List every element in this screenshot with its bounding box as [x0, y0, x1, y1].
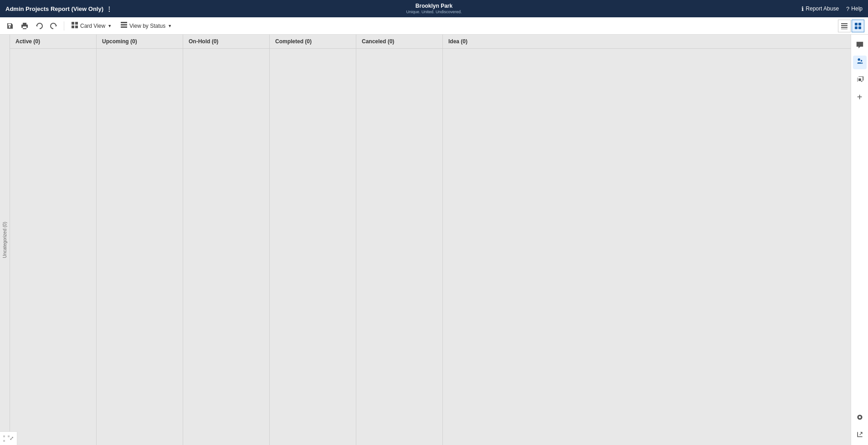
svg-rect-0 — [72, 22, 74, 25]
bottom-expand-bar: ⤢ — [0, 431, 17, 445]
settings-icon — [856, 414, 863, 421]
more-options-icon[interactable]: ⋮ — [106, 5, 112, 12]
chat-icon — [856, 41, 864, 49]
redo-button[interactable] — [47, 20, 60, 32]
compact-view-icon — [841, 23, 847, 29]
save-button[interactable] — [4, 20, 16, 32]
print-icon — [21, 22, 28, 30]
column-header-active: Active (0) — [10, 35, 96, 49]
help-label: Help — [851, 5, 863, 12]
toolbar: Card View ▼ View by Status ▼ — [0, 17, 868, 35]
svg-rect-4 — [121, 22, 127, 23]
board-column-completed: Completed (0) — [270, 35, 356, 445]
card-view-label: Card View — [80, 23, 105, 29]
column-header-on-hold: On-Hold (0) — [183, 35, 269, 49]
external-link-button[interactable] — [853, 428, 867, 441]
card-view-toggle-icon — [855, 23, 861, 29]
column-body-canceled[interactable] — [356, 49, 442, 445]
brand-tagline: Unique. United. Undiscovered. — [406, 10, 462, 14]
card-view-toggle-button[interactable] — [852, 20, 864, 32]
undo-button[interactable] — [33, 20, 46, 32]
svg-rect-11 — [855, 23, 858, 26]
svg-rect-1 — [75, 22, 78, 25]
brand-name: Brooklyn Park — [416, 3, 452, 9]
add-button[interactable]: + — [853, 90, 867, 104]
grid-icon — [72, 22, 78, 30]
left-sidebar: Uncategorized (0) — [0, 35, 10, 445]
svg-rect-6 — [121, 26, 127, 28]
expand-icon — [3, 435, 10, 442]
column-header-upcoming: Upcoming (0) — [97, 35, 183, 49]
column-body-upcoming[interactable] — [97, 49, 183, 445]
svg-rect-14 — [858, 26, 861, 29]
external-link-icon — [856, 431, 863, 438]
column-header-completed: Completed (0) — [270, 35, 356, 49]
brand-center: Brooklyn Park Unique. United. Undiscover… — [406, 3, 462, 14]
column-body-on-hold[interactable] — [183, 49, 269, 445]
column-body-active[interactable] — [10, 49, 96, 445]
report-abuse-button[interactable]: ℹ Report Abuse — [801, 5, 839, 12]
view-by-status-button[interactable]: View by Status ▼ — [117, 20, 175, 31]
info-icon: ℹ — [801, 5, 804, 12]
redo-icon — [50, 22, 57, 30]
save-icon — [6, 22, 14, 30]
card-view-button[interactable]: Card View ▼ — [68, 20, 115, 31]
teams-icon — [856, 58, 864, 66]
column-header-canceled: Canceled (0) — [356, 35, 442, 49]
title-text: Admin Projects Report (View Only) — [5, 5, 103, 12]
print-button[interactable] — [18, 20, 31, 32]
expand-button[interactable]: ⤢ — [2, 432, 15, 445]
svg-rect-10 — [841, 29, 847, 29]
column-body-completed[interactable] — [270, 49, 356, 445]
svg-rect-12 — [858, 23, 861, 26]
column-body-idea[interactable] — [443, 49, 851, 445]
plus-icon: + — [857, 92, 863, 102]
page-title: Admin Projects Report (View Only) ⋮ — [5, 5, 112, 12]
report-abuse-label: Report Abuse — [806, 5, 839, 12]
teams-button[interactable] — [853, 56, 867, 69]
settings-button[interactable] — [853, 410, 867, 424]
board-column-idea: Idea (0) — [443, 35, 851, 445]
header-right-actions: ℹ Report Abuse ? Help — [801, 5, 863, 12]
svg-rect-2 — [72, 26, 74, 28]
board-column-canceled: Canceled (0) — [356, 35, 443, 445]
compact-view-button[interactable] — [838, 20, 851, 32]
chevron-down-icon-2: ▼ — [168, 24, 172, 28]
svg-rect-8 — [841, 25, 847, 26]
view-toggle-group — [838, 20, 864, 32]
uncategorized-label: Uncategorized (0) — [2, 222, 7, 258]
svg-rect-7 — [841, 23, 847, 24]
link-icon — [856, 76, 864, 84]
toolbar-divider-1 — [64, 21, 64, 31]
help-icon: ? — [846, 5, 849, 12]
board-container: Active (0)Upcoming (0)On-Hold (0)Complet… — [10, 35, 851, 445]
link-button[interactable] — [853, 73, 867, 87]
help-button[interactable]: ? Help — [846, 5, 863, 12]
board-column-active: Active (0) — [10, 35, 97, 445]
top-header: Admin Projects Report (View Only) ⋮ Broo… — [0, 0, 868, 17]
view-by-status-label: View by Status — [129, 23, 165, 29]
table-icon — [121, 22, 127, 30]
undo-icon — [36, 22, 43, 30]
chat-button[interactable] — [853, 38, 867, 52]
svg-rect-3 — [75, 26, 78, 28]
board-column-upcoming: Upcoming (0) — [97, 35, 183, 445]
main-layout: Uncategorized (0) Active (0)Upcoming (0)… — [0, 35, 868, 445]
column-header-idea: Idea (0) — [443, 35, 851, 49]
right-sidebar: + — [851, 35, 868, 445]
board-column-on-hold: On-Hold (0) — [183, 35, 270, 445]
svg-rect-13 — [855, 26, 858, 29]
svg-rect-9 — [841, 27, 847, 28]
chevron-down-icon: ▼ — [108, 24, 112, 28]
svg-rect-5 — [121, 24, 127, 26]
